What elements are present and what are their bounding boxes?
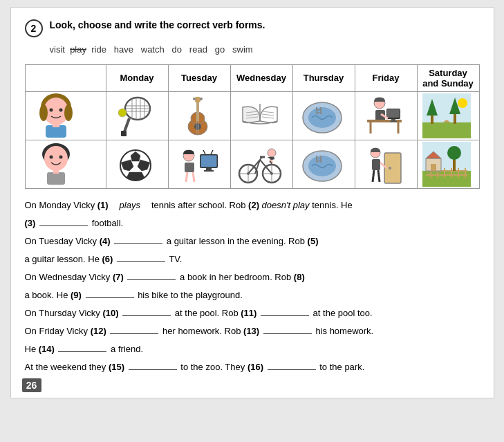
table-row-rob: [25, 140, 479, 188]
svg-marker-69: [127, 172, 144, 181]
svg-point-4: [39, 104, 48, 121]
svg-rect-113: [422, 171, 471, 187]
num-9: (9): [71, 290, 82, 300]
col-header-wednesday: Wednesday: [230, 64, 292, 91]
sentence-9: He (14) a friend.: [25, 341, 480, 358]
svg-point-58: [458, 98, 467, 108]
svg-rect-50: [390, 121, 397, 122]
svg-rect-126: [431, 164, 436, 171]
vicky-icon: [32, 93, 80, 138]
table-row-vicky: [25, 91, 479, 140]
svg-point-123: [447, 146, 461, 160]
num-16: (16): [248, 362, 263, 372]
svg-point-5: [64, 104, 73, 121]
rob-wednesday-cell: [230, 140, 292, 188]
svg-point-61: [49, 155, 53, 158]
num-8: (8): [294, 272, 305, 282]
tennis-racket-icon: [111, 93, 160, 138]
svg-point-95: [268, 149, 276, 157]
svg-point-2: [49, 108, 53, 111]
exercise-page: 2 Look, choose and write the correct ver…: [10, 7, 494, 398]
sentence-3: On Tuesday Vicky (4) a guitar lesson in …: [25, 233, 480, 250]
num-3: (3): [25, 218, 36, 228]
col-header-friday: Friday: [355, 64, 417, 91]
col-header-thursday: Thursday: [292, 64, 355, 91]
num-10: (10): [102, 308, 118, 318]
num-7: (7): [113, 272, 124, 282]
guitar-icon: [174, 93, 222, 138]
svg-point-106: [389, 167, 391, 169]
col-header-blank: [25, 64, 106, 91]
svg-rect-71: [185, 163, 194, 172]
exercise-instruction: Look, choose and write the correct verb …: [50, 19, 265, 31]
vicky-monday-cell: [106, 91, 168, 140]
text-section: On Monday Vicky (1) plays tennis after s…: [25, 197, 480, 376]
vicky-weekend-cell: [417, 91, 479, 140]
num-12: (12): [91, 326, 106, 336]
svg-rect-48: [387, 109, 400, 118]
num-15: (15): [109, 362, 124, 372]
num-2: (2): [248, 200, 259, 210]
sentence-2: (3) football.: [25, 215, 480, 232]
svg-rect-105: [385, 154, 400, 183]
activity-table: Monday Tuesday Wednesday Thursday Friday…: [25, 64, 480, 189]
num-14: (14): [39, 344, 55, 354]
tv-watching-icon: [174, 142, 222, 187]
vicky-label: [25, 91, 106, 140]
svg-rect-74: [206, 168, 212, 170]
sentence-8: On Friday Vicky (12) her homework. Rob (…: [25, 323, 480, 340]
sentence-10: At the weekend they (15) to the zoo. The…: [25, 359, 480, 376]
svg-line-79: [193, 172, 194, 182]
svg-rect-108: [372, 159, 380, 170]
svg-rect-54: [431, 114, 433, 124]
svg-rect-53: [422, 122, 471, 138]
activity-table-container: Monday Tuesday Wednesday Thursday Friday…: [25, 64, 480, 189]
num-11: (11): [241, 308, 256, 318]
vicky-tuesday-cell: [168, 91, 230, 140]
exercise-number: 2: [25, 19, 43, 37]
rob-icon: [32, 142, 80, 187]
svg-point-18: [118, 109, 127, 117]
desk-person-icon: [360, 93, 409, 138]
sentence-5: On Wednesday Vicky (7) a book in her bed…: [25, 269, 480, 286]
word-bank: visit play ride have watch do read go sw…: [50, 43, 480, 57]
vicky-wednesday-cell: [230, 91, 292, 140]
svg-rect-17: [121, 131, 127, 136]
rob-label: [25, 140, 106, 188]
sentence-1: On Monday Vicky (1) plays tennis after s…: [25, 197, 480, 214]
rob-thursday-cell: [292, 140, 355, 188]
col-header-monday: Monday: [106, 64, 168, 91]
num-1: (1): [97, 200, 109, 210]
num-6: (6): [102, 254, 113, 264]
svg-rect-73: [200, 155, 216, 167]
park-icon: [422, 142, 471, 187]
svg-point-62: [59, 155, 62, 158]
vicky-friday-cell: [355, 91, 417, 140]
rob-tuesday-cell: [168, 140, 230, 188]
num-5: (5): [308, 236, 319, 246]
sentence-4: a guitar lesson. He (6) TV.: [25, 251, 480, 268]
landscape-icon: [422, 93, 471, 138]
book-icon: [236, 93, 284, 138]
svg-point-60: [44, 146, 68, 171]
football-icon: [111, 142, 160, 187]
svg-rect-7: [53, 124, 59, 127]
svg-point-3: [59, 108, 62, 111]
svg-line-77: [211, 150, 213, 154]
sentence-6: a book. He (9) his bike to the playgroun…: [25, 287, 480, 304]
pool-rob-icon: [298, 142, 346, 187]
sentence-7: On Thursday Vicky (10) at the pool. Rob …: [25, 305, 480, 322]
svg-line-78: [186, 172, 187, 182]
col-header-weekend: Saturdayand Sunday: [417, 64, 479, 91]
svg-rect-56: [454, 113, 456, 124]
door-person-icon: [360, 142, 409, 187]
svg-rect-23: [195, 97, 200, 102]
svg-rect-64: [53, 170, 59, 174]
svg-rect-49: [391, 119, 395, 121]
svg-line-109: [373, 170, 374, 182]
svg-line-76: [203, 150, 205, 154]
svg-point-27: [193, 98, 196, 100]
strikethrough-word: play: [70, 44, 86, 55]
vicky-thursday-cell: [292, 91, 355, 140]
rob-weekend-cell: [417, 140, 479, 188]
